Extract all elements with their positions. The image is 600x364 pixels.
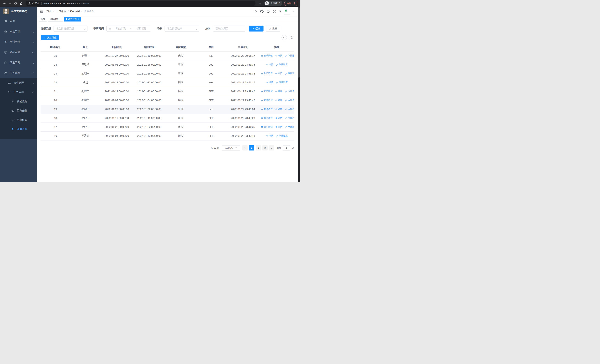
create-leave-button[interactable]: ＋ 发起请假	[41, 35, 59, 40]
sidebar-item-process-mgmt[interactable]: 流程管理	[0, 78, 37, 87]
close-icon[interactable]: ×	[78, 18, 79, 20]
next-page-button[interactable]	[269, 145, 274, 150]
address-bar[interactable]: 不安全 dashboard.yudao.iocoder.cn/bpm/oa/le…	[26, 1, 255, 6]
column-header: 申请编号	[41, 43, 70, 51]
sidebar-fold-icon[interactable]	[40, 9, 44, 13]
cancel-leave-link[interactable]: 取消请假	[261, 125, 272, 129]
search-button[interactable]: 搜索	[249, 26, 263, 31]
font-size-icon[interactable]: TT	[279, 10, 281, 13]
goto-suffix: 页	[292, 146, 294, 149]
goto-page-input[interactable]	[283, 145, 290, 150]
github-icon[interactable]	[260, 10, 264, 13]
result-select[interactable]: 请选择流结果	[165, 26, 199, 31]
reason-input[interactable]	[213, 26, 245, 31]
date-range-picker[interactable]: 开始日期 - 结束日期	[106, 26, 151, 31]
avatar[interactable]	[284, 8, 290, 14]
breadcrumb-item[interactable]: 工作流程	[56, 10, 66, 13]
detail-link[interactable]: 详情	[266, 81, 273, 84]
help-icon[interactable]	[266, 10, 270, 13]
browser-menu-icon[interactable]: ⋮	[293, 2, 296, 5]
approval-progress-link[interactable]: 审批进度	[285, 72, 294, 75]
sidebar-item-label: 支付管理	[10, 40, 20, 44]
breadcrumb-separator: /	[53, 10, 54, 13]
browser-update-button[interactable]: 更新 ⋮	[284, 1, 298, 6]
browser-home-button[interactable]	[19, 1, 24, 6]
cancel-leave-link[interactable]: 取消请假	[261, 72, 272, 75]
tab-leave-query[interactable]: 请假查询 ×	[64, 17, 81, 21]
column-header: 原因	[196, 43, 226, 51]
page-content: 请假类型 请选择请假类型 申请时间 开始日期 - 结束日期 结果	[37, 22, 298, 182]
cancel-leave-link[interactable]: 取消请假	[261, 90, 272, 93]
leave-type-select[interactable]: 请选择请假类型	[54, 26, 87, 31]
tab-process-detail[interactable]: 流程详情 ×	[48, 17, 63, 21]
sidebar-item-done-tasks[interactable]: 已办任务	[0, 115, 37, 125]
filter-apply-time: 申请时间 开始日期 - 结束日期	[94, 26, 151, 31]
tab-home[interactable]: 首页	[39, 17, 47, 21]
sidebar-item-payment[interactable]: ¥ 支付管理	[0, 37, 37, 47]
approval-progress-link[interactable]: 审批进度	[285, 125, 294, 129]
cancel-leave-link[interactable]: 取消请假	[261, 99, 272, 102]
sidebar-item-my-process[interactable]: 我的流程	[0, 97, 37, 106]
refresh-button[interactable]	[289, 35, 294, 40]
sidebar-item-home[interactable]: 首页	[0, 16, 37, 26]
bookmark-star-icon[interactable]: ☆	[259, 1, 261, 5]
page-button-3[interactable]: 3	[262, 145, 268, 150]
sidebar-item-task-mgmt[interactable]: 任务管理	[0, 87, 37, 97]
approval-progress-link[interactable]: 审批进度	[285, 99, 294, 102]
browser-back-button[interactable]	[2, 1, 7, 6]
list-icon	[7, 81, 11, 84]
sidebar-item-todo-tasks[interactable]: 待办任务	[0, 106, 37, 115]
app-logo	[3, 9, 9, 14]
detail-link[interactable]: 详情	[275, 54, 282, 57]
page-size-select[interactable]: 10条/页	[222, 145, 240, 150]
browser-reload-button[interactable]	[13, 1, 18, 6]
detail-link[interactable]: 详情	[275, 107, 282, 111]
scrollbar-thumb[interactable]	[298, 7, 300, 78]
close-icon[interactable]: ×	[60, 18, 61, 20]
sidebar-item-system[interactable]: 系统管理	[0, 26, 37, 37]
browser-scrollbar[interactable]	[298, 7, 300, 182]
cancel-leave-link[interactable]: 取消请假	[261, 54, 272, 57]
date-separator: -	[130, 27, 131, 30]
chevron-down-icon	[33, 61, 34, 64]
sidebar-item-infra[interactable]: 基础设施	[0, 47, 37, 57]
approval-progress-link[interactable]: 审批进度	[276, 81, 288, 84]
header-search-icon[interactable]	[254, 10, 257, 13]
select-placeholder: 请选择请假类型	[56, 27, 74, 30]
table-row: 20处理中 2022-01-04 00:00:002022-01-04 00:0…	[41, 96, 294, 105]
column-header: 请假类型	[166, 43, 196, 51]
browser-forward-button[interactable]	[7, 1, 13, 6]
toggle-search-button[interactable]	[281, 35, 287, 40]
breadcrumb-separator: /	[68, 10, 69, 13]
sidebar-item-workflow[interactable]: 工作流程	[0, 68, 37, 78]
user-icon	[11, 128, 15, 131]
detail-link[interactable]: 详情	[275, 72, 282, 75]
sidebar-item-label: 工作流程	[10, 71, 20, 75]
detail-link[interactable]: 详情	[275, 99, 282, 102]
approval-progress-link[interactable]: 审批进度	[285, 90, 294, 93]
breadcrumb-item[interactable]: OA 示例	[70, 10, 80, 13]
approval-progress-link[interactable]: 审批进度	[276, 63, 288, 66]
detail-link[interactable]: 详情	[266, 134, 273, 137]
filter-leave-type: 请假类型 请选择请假类型	[41, 26, 87, 31]
detail-link[interactable]: 详情	[266, 63, 273, 66]
sidebar-item-label: 我的流程	[17, 100, 27, 103]
sidebar-item-devtools[interactable]: 研发工具	[0, 57, 37, 68]
reset-button[interactable]: 重置	[266, 26, 280, 31]
approval-progress-link[interactable]: 审批进度	[285, 54, 294, 57]
cancel-leave-link[interactable]: 取消请假	[261, 107, 272, 111]
page-button-1[interactable]: 1	[249, 145, 254, 150]
cancel-leave-link[interactable]: 取消请假	[261, 116, 272, 120]
prev-page-button[interactable]	[242, 145, 248, 150]
breadcrumb-item[interactable]: 首页	[47, 10, 52, 13]
detail-link[interactable]: 详情	[275, 116, 282, 120]
sidebar-item-leave-query[interactable]: 请假查询	[0, 125, 37, 134]
page-button-2[interactable]: 2	[256, 145, 261, 150]
detail-link[interactable]: 详情	[275, 90, 282, 93]
avatar-caret-icon[interactable]	[293, 11, 295, 12]
approval-progress-link[interactable]: 审批进度	[276, 134, 288, 137]
approval-progress-link[interactable]: 审批进度	[285, 107, 294, 111]
fullscreen-icon[interactable]	[272, 10, 276, 13]
approval-progress-link[interactable]: 审批进度	[285, 116, 294, 120]
detail-link[interactable]: 详情	[275, 125, 282, 129]
